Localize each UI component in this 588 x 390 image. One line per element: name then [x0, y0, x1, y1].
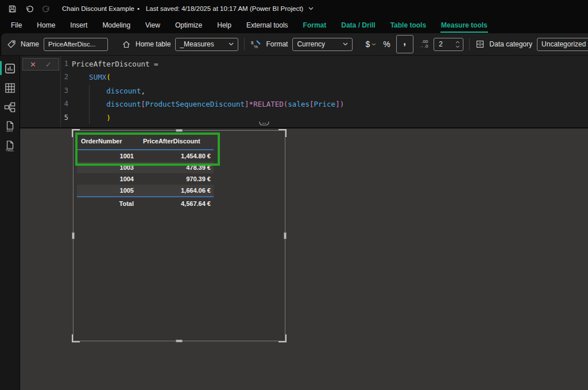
report-canvas[interactable]: OrderNumberPriceAfterDiscount10011,454.8… [20, 128, 588, 390]
code-line[interactable]: 2 SUMX( [20, 71, 588, 84]
dax-view-label: DAX [7, 129, 13, 132]
code-line[interactable]: 4 discount[ProductSequenceDiscount]*RELA… [20, 98, 588, 111]
tmdl-view-label: TMDL [6, 149, 14, 152]
data-category-icon [475, 40, 485, 49]
view-switcher-sidebar: DAX TMDL [0, 56, 20, 390]
code-token: [ [310, 100, 314, 108]
code-token: ) [340, 100, 345, 108]
code-line[interactable]: 3 discount, [20, 84, 588, 98]
title-bar: Chain Discount Example • Last saved: 4/1… [0, 0, 588, 17]
home-table-value: _Measures [180, 40, 214, 48]
line-number: 5 [59, 111, 68, 124]
data-category-select[interactable]: Uncategorized [537, 38, 588, 51]
ribbon-tabs: FileHomeInsertModelingViewOptimizeHelpEx… [0, 17, 588, 33]
table-cell: 1005 [77, 187, 137, 194]
home-table-label: Home table [136, 40, 171, 48]
table-cell: 970.39 € [137, 176, 214, 182]
name-tag-icon [7, 40, 16, 49]
selection-corner-handle[interactable] [278, 334, 287, 342]
code-token: discount [106, 100, 141, 108]
save-icon[interactable] [7, 3, 17, 14]
redo-icon[interactable] [41, 3, 52, 14]
currency-format-button[interactable]: $ [364, 38, 377, 50]
code-token: ] [245, 100, 249, 108]
toolbar-divider [469, 38, 470, 50]
tab-table-tools[interactable]: Table tools [390, 18, 427, 33]
total-cell: 4,567.64 € [137, 200, 214, 207]
sidebar-item-data-view[interactable] [0, 78, 20, 98]
tab-data-drill[interactable]: Data / Drill [341, 18, 376, 33]
code-token: discount [106, 87, 141, 95]
dax-formula-editor[interactable]: ✕ ✓ 1PriceAfterDiscount =2 SUMX(3 discou… [20, 56, 588, 127]
powerbi-window: Chain Discount Example • Last saved: 4/1… [0, 0, 588, 390]
selection-resize-handle[interactable] [176, 129, 183, 132]
tab-file[interactable]: File [10, 18, 22, 33]
decimal-places-icon[interactable]: .00 →.0 [418, 40, 430, 49]
tab-home[interactable]: Home [36, 18, 56, 33]
measure-tools-toolbar: Name Home table _Measures $ % Format Cur… [1, 33, 588, 56]
tab-measure-tools[interactable]: Measure tools [440, 18, 488, 33]
line-number: 3 [59, 84, 68, 98]
model-view-icon [4, 102, 16, 113]
sidebar-item-tmdl-view[interactable]: TMDL [0, 136, 20, 156]
tab-help[interactable]: Help [216, 18, 232, 33]
sidebar-item-model-view[interactable] [0, 98, 20, 117]
data-category-label: Data category [489, 40, 532, 48]
undo-icon[interactable] [24, 3, 34, 14]
tab-insert[interactable]: Insert [69, 18, 88, 33]
tmdl-view-icon [5, 141, 15, 149]
decimal-bot-text: .0 [424, 44, 428, 49]
tab-modeling[interactable]: Modeling [102, 18, 131, 33]
formula-bar-resize-grip[interactable] [258, 120, 270, 127]
code-token: sales [288, 100, 310, 108]
tab-view[interactable]: View [145, 18, 161, 33]
chevron-down-icon [343, 42, 348, 46]
code-line[interactable]: 1PriceAfterDiscount = [20, 57, 588, 71]
code-token: RELATED [253, 100, 284, 108]
decimal-places-value: 2 [439, 40, 443, 48]
sidebar-item-report-view[interactable] [0, 58, 20, 78]
data-category-value: Uncategorized [541, 40, 586, 48]
line-number: 1 [59, 57, 68, 71]
total-cell: Total [77, 200, 137, 207]
selection-resize-handle[interactable] [176, 340, 183, 342]
tab-format[interactable]: Format [303, 18, 327, 33]
table-total-row: Total4,567.64 € [77, 196, 214, 210]
chevron-down-icon [455, 45, 460, 48]
arrow-icon: → [419, 44, 424, 49]
code-token: * [249, 100, 254, 108]
table-row[interactable]: 10051,664.06 € [77, 185, 214, 196]
thousands-separator-button[interactable]: , [396, 35, 413, 53]
percent-format-button[interactable]: % [382, 38, 391, 50]
code-token: SUMX [89, 73, 106, 81]
tab-external-tools[interactable]: External tools [246, 18, 289, 33]
selection-corner-handle[interactable] [72, 334, 80, 342]
table-row[interactable]: 1004970.39 € [77, 173, 214, 185]
format-icon: $ % [250, 39, 261, 49]
dollar-sign: $ [365, 40, 370, 49]
decimal-places-stepper[interactable]: 2 [434, 38, 463, 51]
format-value: Currency [297, 40, 325, 48]
code-line[interactable]: 5 ) [20, 111, 588, 124]
format-select[interactable]: Currency [292, 38, 353, 51]
tab-optimize[interactable]: Optimize [175, 18, 203, 33]
sidebar-item-dax-query-view[interactable]: DAX [0, 117, 20, 136]
table-cell: 1004 [77, 176, 137, 182]
measure-name-input[interactable] [44, 38, 108, 51]
selection-resize-handle[interactable] [72, 232, 75, 239]
code-token: [ [141, 100, 145, 108]
decimal-bottom: →.0 [419, 44, 428, 49]
home-table-select[interactable]: _Measures [175, 38, 238, 51]
toolbar-divider [244, 38, 245, 50]
dax-query-view-icon [5, 121, 15, 130]
highlight-annotation [75, 132, 220, 166]
selection-resize-handle[interactable] [284, 232, 287, 239]
dax-code: 1PriceAfterDiscount =2 SUMX(3 discount,4… [20, 57, 588, 124]
selection-corner-handle[interactable] [278, 129, 287, 137]
last-saved-status: Last saved: 4/18/2025 at 10:17 AM (Power… [146, 5, 303, 12]
comma-glyph: , [403, 36, 406, 48]
chevron-up-icon [455, 41, 460, 44]
title-dropdown-icon[interactable] [308, 7, 314, 10]
line-number: 4 [59, 98, 68, 111]
active-view-indicator [0, 61, 2, 75]
